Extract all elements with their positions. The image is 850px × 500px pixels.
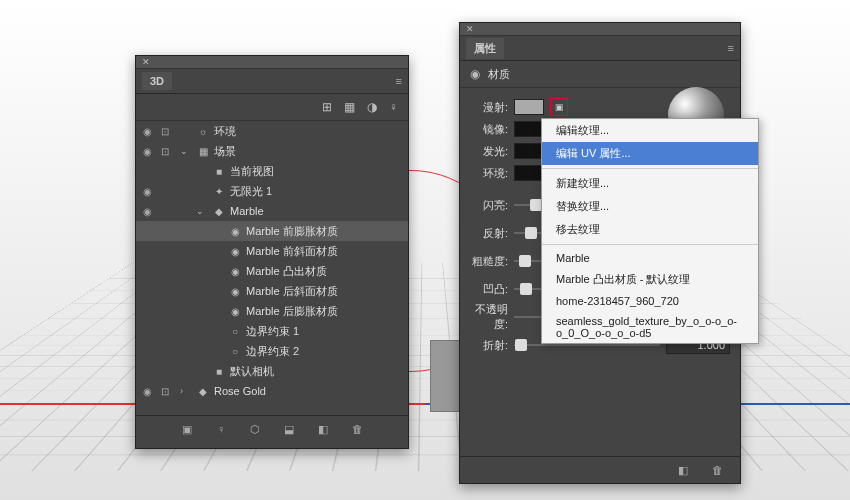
new-material-icon[interactable]: ◧ <box>674 464 692 477</box>
ambient-swatch[interactable] <box>514 165 544 181</box>
scene-tree[interactable]: ◉⊡☼环境◉⊡⌄▦场景■当前视图◉✦无限光 1◉⌄◆Marble◉Marble … <box>136 121 408 415</box>
tree-row[interactable]: ◉⊡☼环境 <box>136 121 408 141</box>
diffuse-label: 漫射: <box>470 100 508 115</box>
item-type-icon: ◆ <box>196 386 210 397</box>
tree-item-label: Marble 前膨胀材质 <box>246 224 404 239</box>
tree-item-label: 场景 <box>214 144 404 159</box>
titlebar-3d[interactable]: ✕ <box>136 56 408 69</box>
menu-item[interactable]: home-2318457_960_720 <box>542 291 758 311</box>
item-type-icon: ◉ <box>228 246 242 257</box>
reflect-label: 反射: <box>470 226 508 241</box>
flyout-menu-icon[interactable]: ≡ <box>728 42 734 54</box>
link-icon[interactable]: ⊡ <box>158 146 172 157</box>
diffuse-texture-button[interactable]: ▣ <box>550 98 568 116</box>
tree-item-label: 边界约束 2 <box>246 344 404 359</box>
refract-label: 折射: <box>470 338 508 353</box>
specular-label: 镜像: <box>470 122 508 137</box>
material-mode-icon[interactable]: ◉ <box>470 67 480 81</box>
disclosure-icon[interactable]: › <box>180 386 192 396</box>
tree-row[interactable]: ◉Marble 后膨胀材质 <box>136 301 408 321</box>
menu-item[interactable]: 编辑纹理... <box>542 119 758 142</box>
tab-properties[interactable]: 属性 <box>466 38 504 59</box>
menu-item[interactable]: Marble 凸出材质 - 默认纹理 <box>542 268 758 291</box>
tree-item-label: 当前视图 <box>230 164 404 179</box>
item-type-icon: ✦ <box>212 186 226 197</box>
tree-row[interactable]: ■默认相机 <box>136 361 408 381</box>
flyout-menu-icon[interactable]: ≡ <box>396 75 402 87</box>
light-icon[interactable]: ♀ <box>212 423 230 435</box>
menu-item[interactable]: seamless_gold_texture_by_o_o-o_o-o_0_O_o… <box>542 311 758 343</box>
glow-label: 发光: <box>470 144 508 159</box>
tree-item-label: 无限光 1 <box>230 184 404 199</box>
new-icon[interactable]: ◧ <box>314 423 332 436</box>
filter-bar-3d: ⊞ ▦ ◑ ♀ <box>136 94 408 121</box>
item-type-icon: ○ <box>228 346 242 357</box>
tree-row[interactable]: ○边界约束 2 <box>136 341 408 361</box>
link-icon[interactable]: ⊡ <box>158 386 172 397</box>
item-type-icon: ◉ <box>228 286 242 297</box>
texture-context-menu: 编辑纹理...编辑 UV 属性...新建纹理...替换纹理...移去纹理Marb… <box>541 118 759 344</box>
panel-3d-footer: ▣ ♀ ⬡ ⬓ ◧ 🗑 <box>136 415 408 442</box>
bump-label: 凹凸: <box>470 282 508 297</box>
shine-label: 闪亮: <box>470 198 508 213</box>
tree-item-label: 环境 <box>214 124 404 139</box>
item-type-icon: ◉ <box>228 306 242 317</box>
ground-icon[interactable]: ⬓ <box>280 423 298 436</box>
tree-item-label: Marble <box>230 205 404 217</box>
trash-icon[interactable]: 🗑 <box>708 464 726 476</box>
tree-row[interactable]: ◉⌄◆Marble <box>136 201 408 221</box>
ambient-label: 环境: <box>470 166 508 181</box>
trash-icon[interactable]: 🗑 <box>348 423 366 435</box>
panel-3d: ✕ 3D ≡ ⊞ ▦ ◑ ♀ ◉⊡☼环境◉⊡⌄▦场景■当前视图◉✦无限光 1◉⌄… <box>135 55 409 449</box>
tree-row[interactable]: ◉Marble 前斜面材质 <box>136 241 408 261</box>
item-type-icon: ■ <box>212 366 226 377</box>
tree-row[interactable]: ◉Marble 后斜面材质 <box>136 281 408 301</box>
diffuse-swatch[interactable] <box>514 99 544 115</box>
visibility-toggle-icon[interactable]: ◉ <box>140 146 154 157</box>
item-type-icon: ○ <box>228 326 242 337</box>
tree-row[interactable]: ○边界约束 1 <box>136 321 408 341</box>
tree-item-label: 默认相机 <box>230 364 404 379</box>
menu-item[interactable]: 替换纹理... <box>542 195 758 218</box>
tree-row[interactable]: ◉⊡⌄▦场景 <box>136 141 408 161</box>
filter-light-icon[interactable]: ◑ <box>367 100 377 114</box>
titlebar-properties[interactable]: ✕ <box>460 23 740 36</box>
close-icon[interactable]: ✕ <box>142 57 150 67</box>
tree-item-label: Rose Gold <box>214 385 404 397</box>
tree-item-label: Marble 后斜面材质 <box>246 284 404 299</box>
tree-row[interactable]: ◉✦无限光 1 <box>136 181 408 201</box>
item-type-icon: ◉ <box>228 266 242 277</box>
item-type-icon: ◉ <box>228 226 242 237</box>
link-icon[interactable]: ⊡ <box>158 126 172 137</box>
opacity-label: 不透明度: <box>470 302 508 332</box>
filter-mesh-icon[interactable]: ⊞ <box>322 100 332 114</box>
glow-swatch[interactable] <box>514 143 544 159</box>
tree-row[interactable]: ◉Marble 凸出材质 <box>136 261 408 281</box>
tree-item-label: Marble 前斜面材质 <box>246 244 404 259</box>
ibl-icon[interactable]: ⬡ <box>246 423 264 436</box>
menu-item[interactable]: Marble <box>542 248 758 268</box>
item-type-icon: ▦ <box>196 146 210 157</box>
visibility-toggle-icon[interactable]: ◉ <box>140 206 154 217</box>
visibility-toggle-icon[interactable]: ◉ <box>140 186 154 197</box>
close-icon[interactable]: ✕ <box>466 24 474 34</box>
tree-row[interactable]: ◉Marble 前膨胀材质 <box>136 221 408 241</box>
disclosure-icon[interactable]: ⌄ <box>180 146 192 156</box>
visibility-toggle-icon[interactable]: ◉ <box>140 386 154 397</box>
disclosure-icon[interactable]: ⌄ <box>196 206 208 216</box>
tree-row[interactable]: ■当前视图 <box>136 161 408 181</box>
item-type-icon: ■ <box>212 166 226 177</box>
tree-item-label: Marble 凸出材质 <box>246 264 404 279</box>
menu-item[interactable]: 移去纹理 <box>542 218 758 241</box>
filter-scene-icon[interactable]: ♀ <box>389 100 398 114</box>
tree-row[interactable]: ◉⊡›◆Rose Gold <box>136 381 408 401</box>
tree-item-label: 边界约束 1 <box>246 324 404 339</box>
tab-3d[interactable]: 3D <box>142 72 172 90</box>
filter-material-icon[interactable]: ▦ <box>344 100 355 114</box>
material-tab-label[interactable]: 材质 <box>488 67 510 82</box>
visibility-toggle-icon[interactable]: ◉ <box>140 126 154 137</box>
render-icon[interactable]: ▣ <box>178 423 196 436</box>
menu-item[interactable]: 编辑 UV 属性... <box>542 142 758 165</box>
menu-item[interactable]: 新建纹理... <box>542 172 758 195</box>
specular-swatch[interactable] <box>514 121 544 137</box>
